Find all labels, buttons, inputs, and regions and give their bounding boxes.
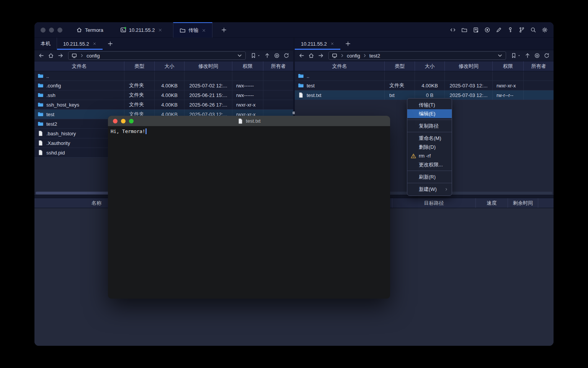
column-header[interactable]: 权限 (493, 61, 524, 71)
file-modified-cell: 2025-06-21 15:... (185, 90, 232, 100)
column-header[interactable]: 文件名 (34, 61, 124, 71)
new-session-button[interactable] (340, 38, 356, 50)
menu-item-new[interactable]: 新建(W) (407, 185, 452, 194)
folder-outline-button[interactable] (461, 26, 468, 34)
file-row[interactable]: test文件夹4.00KB2025-07-03 12:...rwxr-xr-x (295, 81, 554, 90)
local-panel-tab-0[interactable]: 本机 (34, 38, 57, 50)
menu-item-refresh[interactable]: 刷新(R) (407, 172, 452, 181)
new-session-button[interactable] (103, 38, 118, 50)
file-name-cell: .. (295, 71, 385, 80)
menu-item-rm-rf[interactable]: rm -rf (407, 151, 452, 160)
file-row[interactable]: ssh_host_keys文件夹4.00KB2025-06-26 17:...r… (34, 100, 293, 110)
settings-button[interactable] (541, 26, 548, 34)
column-header[interactable]: 修改时间 (445, 61, 493, 71)
menu-item-edit[interactable]: 编辑(E) (407, 109, 452, 118)
bookmark-button[interactable] (511, 53, 521, 59)
file-owner-cell (524, 71, 554, 80)
file-row[interactable]: .. (34, 71, 293, 81)
home-button[interactable] (48, 53, 54, 59)
eye-button[interactable] (274, 53, 280, 59)
file-modified-cell: 2025-07-02 12:... (185, 81, 232, 90)
column-header[interactable]: 修改时间 (185, 61, 232, 71)
menu-item-delete[interactable]: 删除(D) (407, 143, 452, 151)
new-tab-button[interactable] (217, 22, 231, 38)
local-path-bar[interactable]: config (68, 51, 246, 60)
title-tab-host[interactable]: 10.211.55.2 (114, 22, 169, 38)
path-segment[interactable]: config (347, 53, 360, 59)
up-button[interactable] (264, 53, 270, 59)
bookmark-button[interactable] (250, 53, 261, 59)
key-button[interactable] (506, 26, 514, 34)
close-icon[interactable] (330, 42, 334, 46)
edit-button[interactable] (495, 26, 502, 34)
refresh-button[interactable] (283, 53, 289, 59)
menu-item-chmod[interactable]: 更改权限... (407, 160, 452, 169)
close-icon[interactable] (93, 42, 96, 46)
code-button[interactable] (449, 26, 456, 34)
close-icon[interactable] (202, 28, 206, 33)
up-button[interactable] (524, 53, 531, 59)
file-row[interactable]: .ssh文件夹4.00KB2025-06-21 15:...rwx------ (34, 90, 293, 100)
refresh-button[interactable] (544, 53, 550, 59)
path-segment[interactable]: test2 (369, 53, 380, 59)
log-button[interactable] (472, 26, 479, 34)
chevron-down-icon[interactable] (497, 53, 503, 59)
refresh-icon (283, 53, 289, 59)
column-header[interactable]: 大小 (415, 61, 445, 71)
column-header[interactable]: 权限 (232, 61, 263, 71)
record-button[interactable] (483, 26, 491, 34)
transfer-column-header[interactable]: 目标路径 (392, 198, 476, 208)
file-name-cell: .ssh (34, 90, 124, 100)
chevron-down-icon[interactable] (237, 53, 243, 59)
column-header[interactable]: 大小 (155, 61, 185, 71)
file-row[interactable]: .config文件夹4.00KB2025-07-02 12:...rwx----… (34, 81, 293, 90)
editor-content[interactable]: Hi, Termora! (108, 126, 390, 136)
remote-panel-tab-0[interactable]: 10.211.55.2 (295, 38, 340, 50)
caret-down-icon[interactable] (257, 53, 261, 59)
column-header[interactable]: 文件名 (295, 61, 385, 71)
window-close-button[interactable] (41, 28, 46, 33)
forward-button[interactable] (318, 53, 324, 59)
back-button[interactable] (38, 53, 44, 59)
window-zoom-button[interactable] (57, 28, 62, 33)
submenu-arrow-icon (444, 187, 449, 192)
menu-item-label: rm -rf (419, 153, 431, 159)
search-button[interactable] (529, 26, 537, 34)
back-icon (299, 53, 305, 59)
title-tab-termora[interactable]: Termora (70, 22, 109, 38)
window-minimize-button[interactable] (49, 28, 54, 33)
editor-minimize-button[interactable] (121, 119, 126, 123)
eye-button[interactable] (534, 53, 540, 59)
editor-titlebar[interactable]: test.txt (108, 116, 390, 126)
file-name-cell: .config (34, 81, 124, 90)
file-name-cell: .. (34, 71, 124, 80)
column-header[interactable]: 类型 (124, 61, 155, 71)
caret-down-icon[interactable] (517, 53, 521, 59)
file-perm-cell (493, 71, 524, 80)
log-icon (473, 27, 479, 33)
file-row[interactable]: .. (295, 71, 554, 81)
local-panel-tab-1[interactable]: 10.211.55.2 (57, 38, 103, 50)
file-size-cell: 4.00KB (155, 81, 185, 90)
column-header[interactable]: 类型 (385, 61, 415, 71)
title-tab-transfer[interactable]: 传输 (173, 22, 212, 38)
menu-item-rename[interactable]: 重命名(M) (407, 134, 452, 143)
column-header[interactable]: 所有者 (524, 61, 554, 71)
menu-item-copy-path[interactable]: 复制路径 (407, 122, 452, 130)
file-owner-cell (524, 90, 554, 100)
path-segment[interactable]: config (87, 53, 100, 59)
keychain-button[interactable] (518, 26, 525, 34)
settings-icon (542, 27, 548, 33)
menu-item-transfer[interactable]: 传输(T) (407, 100, 452, 109)
file-icon (298, 92, 304, 98)
column-header[interactable]: 所有者 (263, 61, 293, 71)
editor-close-button[interactable] (113, 119, 118, 123)
back-button[interactable] (299, 53, 305, 59)
home-button[interactable] (308, 53, 314, 59)
remote-path-bar[interactable]: configtest2 (328, 51, 506, 60)
close-icon[interactable] (158, 28, 162, 32)
transfer-column-header[interactable]: 速度 (476, 198, 508, 208)
editor-zoom-button[interactable] (129, 119, 134, 123)
forward-button[interactable] (57, 53, 64, 59)
transfer-column-header[interactable]: 剩余时间 (508, 198, 538, 208)
